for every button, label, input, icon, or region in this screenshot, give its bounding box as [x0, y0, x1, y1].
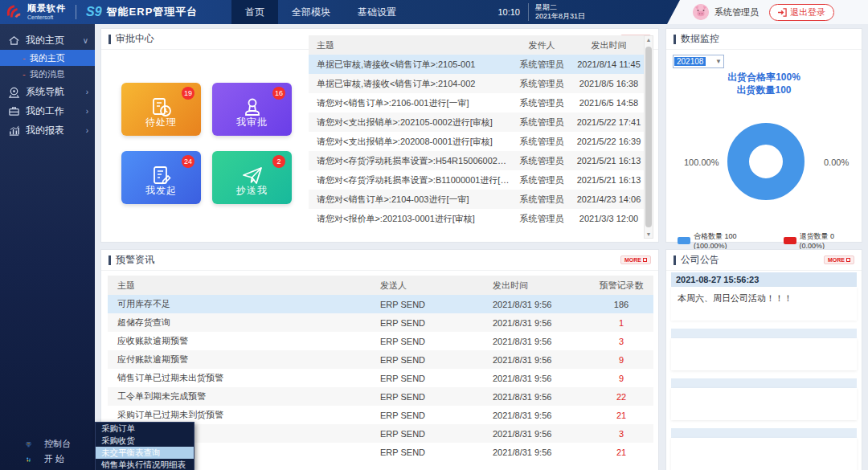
scroll-down-icon[interactable]: ▼	[645, 231, 653, 237]
scrollbar-thumb[interactable]	[645, 47, 652, 227]
approval-subject: 请您对<存货浮动耗损率设置>:H54R15006002进行[审核]	[309, 155, 510, 167]
sidebar-subitem-label: 我的主页	[30, 52, 65, 64]
announcement-empty-slot	[671, 438, 857, 470]
alerts-more-link[interactable]: MORE	[620, 255, 651, 264]
alert-row[interactable]: 应收账款逾期预警ERP SEND2021/8/31 9:563	[108, 332, 653, 350]
sidebar-item-label: 我的主页	[26, 34, 64, 47]
alert-count: 21	[589, 448, 653, 457]
approval-row[interactable]: 请您对<支出报销单>:202008-0001进行[审核]系统管理员2021/5/…	[309, 132, 644, 151]
menu-item[interactable]: 未交平衡表查询	[96, 447, 194, 459]
approval-row[interactable]: 请您对<报价单>:202103-0001进行[审核]系统管理员2021/3/3 …	[309, 209, 644, 228]
console-icon	[26, 439, 38, 450]
sidebar-item[interactable]: 我的工作›	[0, 101, 95, 121]
announcement-empty-bar	[671, 428, 857, 438]
approval-time: 2021/5/22 16:39	[574, 137, 644, 146]
sidebar-item-label: 我的报表	[26, 124, 64, 137]
menu-item[interactable]: 采购收货	[96, 435, 194, 447]
alert-sender: ERP SEND	[380, 411, 493, 420]
announcement-empty-bar	[671, 329, 857, 338]
alerts-title: 预警资讯	[108, 253, 154, 267]
approval-time: 2021/6/5 14:58	[574, 98, 644, 108]
period-select[interactable]: 202108 ▼	[673, 55, 724, 68]
approval-time: 2021/8/5 16:38	[574, 79, 644, 88]
approval-row[interactable]: 请您对<支出报销单>:202105-0002进行[审核]系统管理员2021/5/…	[309, 112, 644, 132]
alert-row[interactable]: 超储存货查询ERP SEND2021/8/31 9:561	[108, 313, 653, 332]
approval-row[interactable]: 单据已审核,请接收<销售订单>:2104-002系统管理员2021/8/5 16…	[309, 74, 644, 93]
col-count-header: 预警记录数	[589, 280, 653, 292]
legend-item: 合格数量 100 (100.00%)	[678, 231, 772, 250]
announcements-more-link[interactable]: MORE	[824, 255, 854, 264]
current-user: 系统管理员	[714, 6, 759, 18]
taskbar-item[interactable]: 开 始	[0, 452, 95, 467]
chevron-down-icon: ∨	[83, 36, 88, 45]
sidebar-subitem-label: 我的消息	[30, 68, 65, 80]
alert-time: 2021/8/31 9:56	[493, 411, 589, 420]
date: 2021年8月31日	[535, 12, 585, 21]
tile-count-badge: 16	[272, 87, 285, 100]
top-nav-tab[interactable]: 首页	[231, 0, 278, 24]
company-name-en: Centersoft	[27, 14, 66, 20]
legend-label: 合格数量 100 (100.00%)	[694, 231, 772, 250]
approval-tile[interactable]: 我发起24	[121, 151, 201, 204]
alert-row[interactable]: 销售订单已过期未出货预警ERP SEND2021/8/31 9:569	[108, 369, 653, 387]
chart-legend: 合格数量 100 (100.00%)退货数量 0 (0.00%)	[678, 231, 862, 250]
alert-time: 2021/8/31 9:56	[493, 318, 589, 328]
alert-time: 2021/8/31 9:56	[493, 429, 589, 439]
alert-row[interactable]: 可用库存不足ERP SEND2021/8/31 9:56186	[108, 295, 653, 313]
sidebar-item[interactable]: 系统导航›	[0, 82, 95, 101]
company-name: 顺景软件	[27, 4, 66, 13]
centersoft-logo-icon	[5, 3, 23, 21]
legend-item: 退货数量 0 (0.00%)	[784, 231, 862, 250]
top-nav-tab[interactable]: 基础设置	[344, 0, 410, 24]
sidebar-item[interactable]: 我的主页∨	[0, 31, 95, 50]
announcement-date[interactable]: 2021-08-27 15:56:23	[671, 272, 857, 287]
alert-count: 186	[589, 300, 653, 309]
pass-rate-headline: 出货合格率100%	[666, 71, 862, 84]
weekday: 星期二	[535, 3, 585, 12]
alert-time: 2021/8/31 9:56	[493, 355, 589, 365]
approval-tile[interactable]: 待处理19	[121, 83, 201, 136]
approval-subject: 请您对<报价单>:202103-0001进行[审核]	[309, 213, 510, 225]
chevron-right-icon: ›	[86, 126, 88, 135]
approval-sender: 系统管理员	[510, 136, 574, 148]
approval-row[interactable]: 请您对<存货浮动耗损率设置>:H54R15006002进行[审核]系统管理员20…	[309, 151, 644, 170]
product-logo: S9	[86, 5, 102, 19]
alert-sender: ERP SEND	[380, 300, 493, 309]
approval-scrollbar[interactable]: ▲ ▼	[644, 35, 653, 239]
top-nav-tab[interactable]: 全部模块	[278, 0, 344, 24]
alert-row[interactable]: 应付账款逾期预警ERP SEND2021/8/31 9:569	[108, 350, 653, 369]
approval-row[interactable]: 单据已审核,请接收<销售订单>:2105-001系统管理员2021/8/14 1…	[309, 55, 644, 74]
menu-item[interactable]: 采购订单	[96, 423, 194, 435]
approval-sender: 系统管理员	[510, 194, 574, 206]
alert-sender: ERP SEND	[380, 355, 493, 365]
alert-time: 2021/8/31 9:56	[493, 337, 589, 346]
scroll-up-icon[interactable]: ▲	[645, 37, 653, 43]
date-box: 星期二 2021年8月31日	[528, 3, 585, 22]
menu-item[interactable]: 销售单执行情况明细表	[96, 459, 194, 470]
approval-center-panel: 审批中心 MORE 待处理19我审批16我发起24抄送我2 主题发件人发出时间单…	[100, 28, 659, 243]
approval-time: 2021/5/21 16:13	[574, 175, 644, 185]
approval-row[interactable]: 请您对<销售订单>:2106-001进行[一审]系统管理员2021/6/5 14…	[309, 93, 644, 112]
taskbar-item[interactable]: 控制台	[0, 436, 95, 452]
approval-tile[interactable]: 我审批16	[212, 83, 292, 136]
start-icon	[26, 454, 38, 465]
sidebar-item[interactable]: 我的报表›	[0, 121, 95, 140]
logout-button[interactable]: 退出登录	[769, 4, 834, 21]
alert-count: 3	[589, 337, 653, 346]
alert-row[interactable]: 工令单到期未完成预警ERP SEND2021/8/31 9:5622	[108, 387, 653, 406]
sidebar-subitem[interactable]: -我的消息	[0, 66, 95, 82]
sidebar-subitem[interactable]: -我的主页	[0, 50, 95, 66]
approval-row[interactable]: 请您对<存货浮动耗损率设置>:B11000001进行[审核]系统管理员2021/…	[309, 170, 644, 190]
chevron-down-icon: ▼	[715, 58, 722, 65]
approval-tile[interactable]: 抄送我2	[212, 151, 292, 204]
avatar[interactable]	[693, 4, 709, 20]
approval-row[interactable]: 请您对<销售订单>:2104-003进行[一审]系统管理员2021/4/23 1…	[309, 190, 644, 209]
erp-home-screen: 顺景软件 Centersoft S9 智能ERP管理平台 首页全部模块基础设置 …	[0, 0, 868, 470]
more-icon	[846, 258, 850, 262]
stamp-icon	[240, 88, 264, 112]
clock: 10:10	[497, 7, 520, 17]
taskbar: 控制台开 始	[0, 436, 95, 467]
pig-avatar-icon	[693, 4, 709, 20]
chevron-right-icon: ›	[86, 88, 88, 96]
home-icon	[8, 35, 20, 47]
